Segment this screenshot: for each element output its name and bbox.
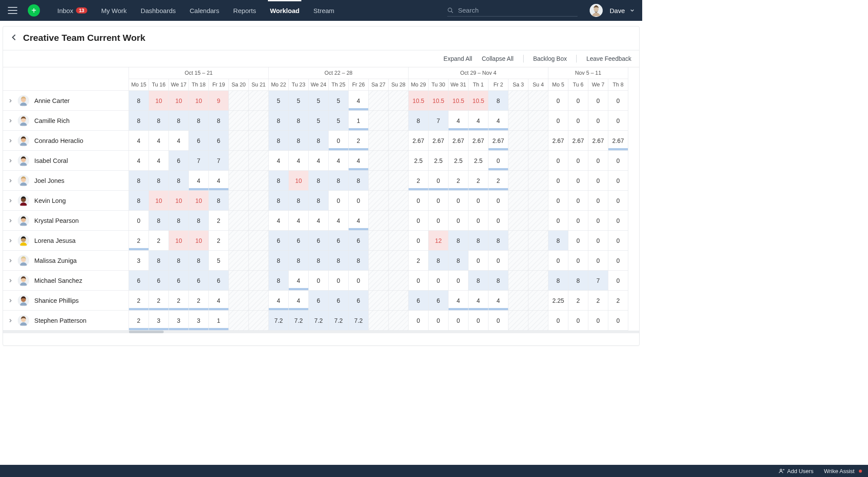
chevron-right-icon[interactable] [8, 277, 13, 284]
workload-cell[interactable]: 4 [349, 211, 369, 231]
workload-cell[interactable]: 0 [588, 211, 608, 231]
workload-cell[interactable]: 5 [309, 111, 329, 131]
workload-cell[interactable]: 2.67 [568, 131, 588, 151]
person-cell[interactable]: Stephen Patterson [3, 311, 129, 331]
workload-cell[interactable]: 2.5 [469, 151, 488, 171]
workload-cell[interactable]: 6 [189, 271, 209, 291]
workload-cell[interactable]: 2.67 [409, 131, 429, 151]
workload-cell[interactable]: 4 [129, 131, 149, 151]
workload-cell[interactable]: 0 [588, 171, 608, 191]
workload-cell[interactable]: 8 [129, 111, 149, 131]
workload-cell[interactable]: 10 [289, 171, 309, 191]
chevron-right-icon[interactable] [8, 257, 13, 264]
horizontal-scrollbar[interactable] [3, 331, 639, 333]
workload-cell[interactable]: 2 [129, 311, 149, 331]
workload-cell[interactable]: 8 [269, 171, 289, 191]
person-cell[interactable]: Joel Jones [3, 171, 129, 191]
workload-cell[interactable]: 0 [568, 171, 588, 191]
workload-cell[interactable]: 0 [409, 231, 429, 251]
workload-cell[interactable]: 4 [469, 111, 488, 131]
workload-cell[interactable]: 0 [309, 271, 329, 291]
workload-cell[interactable]: 8 [449, 251, 469, 271]
workload-cell[interactable]: 2.67 [548, 131, 568, 151]
workload-cell[interactable]: 8 [309, 131, 329, 151]
workload-cell[interactable]: 0 [429, 311, 449, 331]
workload-cell[interactable]: 0 [588, 251, 608, 271]
workload-cell[interactable]: 2 [469, 171, 488, 191]
workload-cell[interactable]: 4 [209, 291, 229, 311]
workload-cell[interactable]: 4 [209, 171, 229, 191]
person-cell[interactable]: Camille Rich [3, 111, 129, 131]
workload-cell[interactable]: 4 [329, 151, 349, 171]
workload-cell[interactable]: 7 [189, 151, 209, 171]
person-cell[interactable]: Isabel Coral [3, 151, 129, 171]
workload-cell[interactable]: 8 [548, 231, 568, 251]
scrollbar-thumb[interactable] [129, 331, 164, 333]
workload-cell[interactable]: 5 [209, 251, 229, 271]
workload-cell[interactable]: 6 [329, 231, 349, 251]
workload-cell[interactable]: 0 [568, 151, 588, 171]
workload-cell[interactable]: 2 [149, 231, 169, 251]
workload-cell[interactable]: 0 [568, 231, 588, 251]
workload-cell[interactable]: 1 [209, 311, 229, 331]
workload-cell[interactable]: 0 [608, 191, 628, 211]
workload-cell[interactable]: 0 [488, 151, 508, 171]
chevron-right-icon[interactable] [8, 217, 13, 224]
workload-cell[interactable]: 0 [548, 251, 568, 271]
workload-cell[interactable]: 7.2 [349, 311, 369, 331]
workload-cell[interactable]: 0 [488, 191, 508, 211]
workload-cell[interactable]: 0 [608, 271, 628, 291]
workload-cell[interactable]: 0 [548, 91, 568, 111]
workload-cell[interactable]: 0 [469, 311, 488, 331]
workload-cell[interactable]: 2.5 [409, 151, 429, 171]
workload-cell[interactable]: 4 [309, 211, 329, 231]
workload-cell[interactable]: 6 [209, 271, 229, 291]
person-cell[interactable]: Malissa Zuniga [3, 251, 129, 271]
workload-cell[interactable]: 8 [189, 111, 209, 131]
workload-cell[interactable]: 4 [189, 171, 209, 191]
workload-cell[interactable]: 6 [329, 291, 349, 311]
person-cell[interactable]: Annie Carter [3, 91, 129, 111]
workload-cell[interactable]: 8 [209, 111, 229, 131]
workload-cell[interactable]: 8 [309, 251, 329, 271]
workload-cell[interactable]: 2.5 [449, 151, 469, 171]
workload-cell[interactable]: 10.5 [449, 91, 469, 111]
chevron-right-icon[interactable] [8, 197, 13, 204]
workload-cell[interactable]: 0 [588, 91, 608, 111]
workload-cell[interactable]: 2 [449, 171, 469, 191]
chevron-right-icon[interactable] [8, 177, 13, 184]
workload-cell[interactable]: 1 [349, 111, 369, 131]
workload-cell[interactable]: 0 [349, 271, 369, 291]
workload-cell[interactable]: 7.2 [289, 311, 309, 331]
leave-feedback-link[interactable]: Leave Feedback [586, 55, 631, 62]
workload-cell[interactable]: 10 [169, 91, 189, 111]
workload-cell[interactable]: 8 [329, 171, 349, 191]
workload-cell[interactable]: 8 [149, 251, 169, 271]
workload-cell[interactable]: 0 [608, 311, 628, 331]
workload-cell[interactable]: 0 [469, 191, 488, 211]
workload-cell[interactable]: 7 [209, 151, 229, 171]
workload-cell[interactable]: 2 [608, 291, 628, 311]
workload-cell[interactable]: 8 [209, 191, 229, 211]
workload-cell[interactable]: 2 [349, 131, 369, 151]
workload-cell[interactable]: 2 [588, 291, 608, 311]
workload-cell[interactable]: 8 [488, 231, 508, 251]
workload-cell[interactable]: 2 [189, 291, 209, 311]
workload-cell[interactable]: 8 [269, 191, 289, 211]
workload-cell[interactable]: 8 [269, 271, 289, 291]
workload-cell[interactable]: 8 [349, 171, 369, 191]
workload-cell[interactable]: 8 [269, 251, 289, 271]
workload-cell[interactable]: 0 [568, 251, 588, 271]
workload-cell[interactable]: 8 [149, 211, 169, 231]
workload-cell[interactable]: 8 [309, 191, 329, 211]
workload-cell[interactable]: 4 [269, 211, 289, 231]
workload-cell[interactable]: 5 [289, 91, 309, 111]
workload-cell[interactable]: 0 [449, 271, 469, 291]
chevron-right-icon[interactable] [8, 317, 13, 324]
workload-cell[interactable]: 10 [189, 191, 209, 211]
workload-cell[interactable]: 6 [429, 291, 449, 311]
workload-cell[interactable]: 0 [449, 311, 469, 331]
workload-cell[interactable]: 6 [129, 271, 149, 291]
search-input[interactable] [457, 6, 578, 14]
workload-cell[interactable]: 10 [169, 231, 189, 251]
